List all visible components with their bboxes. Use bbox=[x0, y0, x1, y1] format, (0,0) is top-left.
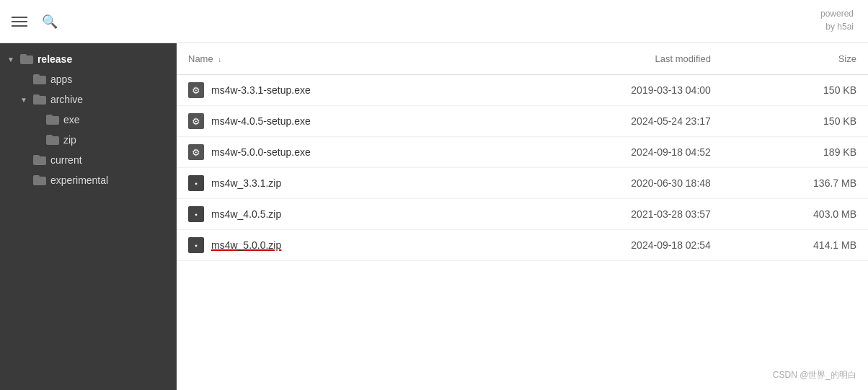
sidebar-label: apps bbox=[50, 74, 72, 85]
folder-icon bbox=[33, 175, 46, 185]
cell-date: 2019-03-13 04:00 bbox=[497, 75, 722, 106]
folder-icon bbox=[33, 74, 46, 84]
folder-icon bbox=[46, 135, 59, 145]
file-name[interactable]: ms4w-4.0.5-setup.exe bbox=[211, 115, 311, 127]
cell-date: 2024-09-18 04:52 bbox=[497, 137, 722, 168]
zip-icon bbox=[188, 175, 204, 191]
cell-name: ms4w-4.0.5-setup.exe bbox=[177, 106, 497, 137]
cell-size: 414.1 MB bbox=[722, 230, 868, 261]
chevron-icon: ▼ bbox=[20, 96, 27, 104]
sidebar-label: zip bbox=[63, 134, 76, 146]
sort-arrow: ↓ bbox=[218, 56, 221, 63]
table-row[interactable]: ms4w-3.3.1-setup.exe 2019-03-13 04:00 15… bbox=[177, 75, 868, 106]
table-row[interactable]: ms4w_5.0.0.zip 2024-09-18 02:54 414.1 MB bbox=[177, 230, 868, 261]
sidebar-label: release bbox=[37, 53, 72, 65]
table-header: Name ↓ Last modified Size bbox=[177, 43, 868, 75]
cell-size: 189 KB bbox=[722, 137, 868, 168]
cell-date: 2024-09-18 02:54 bbox=[497, 230, 722, 261]
cell-size: 150 KB bbox=[722, 75, 868, 106]
file-name[interactable]: ms4w_4.0.5.zip bbox=[211, 208, 281, 220]
table-row[interactable]: ms4w_4.0.5.zip 2021-03-28 03:57 403.0 MB bbox=[177, 199, 868, 230]
sidebar-label: exe bbox=[63, 114, 80, 125]
file-name[interactable]: ms4w-5.0.0-setup.exe bbox=[211, 146, 311, 158]
content-area: Name ↓ Last modified Size ms4w-3.3.1-set… bbox=[177, 43, 868, 390]
header: 🔍 powered by h5ai bbox=[0, 0, 868, 43]
watermark: CSDN @世界_的明白 bbox=[773, 369, 856, 381]
exe-icon bbox=[188, 144, 204, 160]
file-name-cell: ms4w_3.3.1.zip bbox=[188, 175, 485, 191]
exe-icon bbox=[188, 113, 204, 129]
sidebar-label: experimental bbox=[50, 174, 108, 186]
sidebar-label: archive bbox=[50, 94, 83, 105]
sidebar-item-archive[interactable]: ▼archive bbox=[0, 89, 177, 110]
table-row[interactable]: ms4w-4.0.5-setup.exe 2024-05-24 23:17 15… bbox=[177, 106, 868, 137]
cell-size: 136.7 MB bbox=[722, 168, 868, 199]
header-left: 🔍 bbox=[12, 14, 58, 30]
zip-icon bbox=[188, 206, 204, 222]
col-size: Size bbox=[722, 43, 868, 75]
file-rows: ms4w-3.3.1-setup.exe 2019-03-13 04:00 15… bbox=[177, 75, 868, 261]
sidebar-item-zip[interactable]: zip bbox=[0, 130, 177, 150]
table-row[interactable]: ms4w-5.0.0-setup.exe 2024-09-18 04:52 18… bbox=[177, 137, 868, 168]
folder-icon bbox=[20, 54, 33, 64]
sidebar-item-apps[interactable]: apps bbox=[0, 69, 177, 89]
chevron-icon: ▼ bbox=[7, 56, 14, 63]
file-table: Name ↓ Last modified Size ms4w-3.3.1-set… bbox=[177, 43, 868, 261]
file-name-cell: ms4w-3.3.1-setup.exe bbox=[188, 82, 485, 98]
cell-name: ms4w-5.0.0-setup.exe bbox=[177, 137, 497, 168]
powered-by: powered by h5ai bbox=[820, 7, 854, 33]
sidebar: ▼releaseapps▼archiveexezipcurrentexperim… bbox=[0, 43, 177, 390]
col-name: Name ↓ bbox=[177, 43, 497, 75]
file-name[interactable]: ms4w_3.3.1.zip bbox=[211, 177, 281, 189]
zip-icon bbox=[188, 237, 204, 253]
file-name[interactable]: ms4w_5.0.0.zip bbox=[211, 239, 281, 251]
exe-icon bbox=[188, 82, 204, 98]
file-name-cell: ms4w-4.0.5-setup.exe bbox=[188, 113, 485, 129]
cell-name: ms4w-3.3.1-setup.exe bbox=[177, 75, 497, 106]
folder-icon bbox=[33, 94, 46, 105]
sidebar-item-current[interactable]: current bbox=[0, 150, 177, 170]
cell-size: 150 KB bbox=[722, 106, 868, 137]
sidebar-item-release[interactable]: ▼release bbox=[0, 49, 177, 69]
search-icon[interactable]: 🔍 bbox=[42, 14, 58, 30]
file-name[interactable]: ms4w-3.3.1-setup.exe bbox=[211, 84, 311, 96]
cell-name: ms4w_5.0.0.zip bbox=[177, 230, 497, 261]
cell-date: 2020-06-30 18:48 bbox=[497, 168, 722, 199]
file-name-cell: ms4w-5.0.0-setup.exe bbox=[188, 144, 485, 160]
sidebar-item-experimental[interactable]: experimental bbox=[0, 170, 177, 190]
cell-size: 403.0 MB bbox=[722, 199, 868, 230]
table-row[interactable]: ms4w_3.3.1.zip 2020-06-30 18:48 136.7 MB bbox=[177, 168, 868, 199]
main-container: ▼releaseapps▼archiveexezipcurrentexperim… bbox=[0, 43, 868, 390]
cell-name: ms4w_4.0.5.zip bbox=[177, 199, 497, 230]
folder-icon bbox=[46, 115, 59, 125]
sidebar-label: current bbox=[50, 154, 82, 166]
col-last-modified: Last modified bbox=[497, 43, 722, 75]
cell-date: 2021-03-28 03:57 bbox=[497, 199, 722, 230]
cell-date: 2024-05-24 23:17 bbox=[497, 106, 722, 137]
cell-name: ms4w_3.3.1.zip bbox=[177, 168, 497, 199]
sidebar-item-exe[interactable]: exe bbox=[0, 110, 177, 130]
file-name-cell: ms4w_5.0.0.zip bbox=[188, 237, 485, 253]
file-name-cell: ms4w_4.0.5.zip bbox=[188, 206, 485, 222]
folder-icon bbox=[33, 155, 46, 165]
menu-icon[interactable] bbox=[12, 17, 27, 27]
